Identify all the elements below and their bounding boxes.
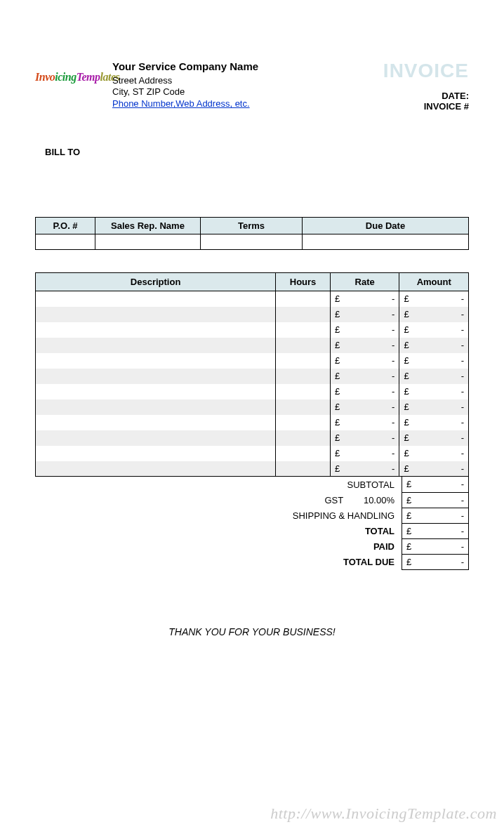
items-header-amount: Amount xyxy=(399,273,469,291)
item-rate[interactable]: £- xyxy=(330,369,399,384)
logo: InvoicingTemplates xyxy=(35,71,112,84)
table-row: £-£- xyxy=(36,291,469,307)
table-row: £-£- xyxy=(36,430,469,446)
subtotal-label: SUBTOTAL xyxy=(35,477,402,492)
item-hours[interactable] xyxy=(276,338,331,353)
paid-label: PAID xyxy=(35,538,402,554)
item-amount: £- xyxy=(399,399,469,415)
total-amount: £- xyxy=(402,523,469,538)
table-row: £-£- xyxy=(36,369,469,384)
thank-you-message: THANK YOU FOR YOUR BUSINESS! xyxy=(35,626,469,637)
gst-row-label: GST 10.00% xyxy=(35,492,402,508)
table-row: £-£- xyxy=(36,446,469,461)
item-rate[interactable]: £- xyxy=(330,430,399,446)
items-header-rate: Rate xyxy=(330,273,399,291)
item-hours[interactable] xyxy=(276,430,331,446)
item-hours[interactable] xyxy=(276,415,331,430)
watermark: http://www.InvoicingTemplate.com xyxy=(270,805,497,823)
info-terms-value[interactable] xyxy=(201,234,303,250)
info-po-value[interactable] xyxy=(36,234,95,250)
item-hours[interactable] xyxy=(276,446,331,461)
company-city: City, ST ZIP Code xyxy=(112,86,343,98)
company-street: Street Address xyxy=(112,75,343,87)
item-rate[interactable]: £- xyxy=(330,446,399,461)
item-rate[interactable]: £- xyxy=(330,307,399,322)
info-due-value[interactable] xyxy=(303,234,469,250)
info-header-rep: Sales Rep. Name xyxy=(95,218,201,234)
item-hours[interactable] xyxy=(276,353,331,369)
gst-rate: 10.00% xyxy=(364,495,394,505)
item-hours[interactable] xyxy=(276,461,331,477)
subtotal-amount: £- xyxy=(402,477,469,492)
item-rate[interactable]: £- xyxy=(330,461,399,477)
table-row: £-£- xyxy=(36,338,469,353)
item-desc[interactable] xyxy=(36,430,276,446)
item-desc[interactable] xyxy=(36,338,276,353)
info-header-po: P.O. # xyxy=(36,218,95,234)
item-amount: £- xyxy=(399,415,469,430)
shipping-amount: £- xyxy=(402,508,469,523)
table-row: £-£- xyxy=(36,353,469,369)
invoice-number-label: INVOICE # xyxy=(343,101,469,112)
item-desc[interactable] xyxy=(36,446,276,461)
info-rep-value[interactable] xyxy=(95,234,201,250)
item-rate[interactable]: £- xyxy=(330,353,399,369)
date-label: DATE: xyxy=(343,91,469,101)
items-table: Description Hours Rate Amount £-£-£-£-£-… xyxy=(35,272,469,477)
item-desc[interactable] xyxy=(36,384,276,399)
item-desc[interactable] xyxy=(36,415,276,430)
item-amount: £- xyxy=(399,353,469,369)
bill-to-label: BILL TO xyxy=(45,147,469,157)
document-title: INVOICE xyxy=(343,60,469,82)
item-rate[interactable]: £- xyxy=(330,384,399,399)
company-name: Your Service Company Name xyxy=(112,60,343,74)
item-desc[interactable] xyxy=(36,322,276,338)
item-amount: £- xyxy=(399,291,469,307)
item-desc[interactable] xyxy=(36,399,276,415)
total-due-label: TOTAL DUE xyxy=(35,554,402,569)
total-label: TOTAL xyxy=(35,523,402,538)
item-amount: £- xyxy=(399,446,469,461)
item-desc[interactable] xyxy=(36,461,276,477)
company-info-block: Your Service Company Name Street Address… xyxy=(112,60,343,110)
table-row: £-£- xyxy=(36,322,469,338)
shipping-label: SHIPPING & HANDLING xyxy=(35,508,402,523)
table-row: £-£- xyxy=(36,384,469,399)
table-row: £-£- xyxy=(36,415,469,430)
info-table: P.O. # Sales Rep. Name Terms Due Date xyxy=(35,217,469,250)
item-rate[interactable]: £- xyxy=(330,338,399,353)
item-desc[interactable] xyxy=(36,353,276,369)
gst-amount: £- xyxy=(402,492,469,508)
item-hours[interactable] xyxy=(276,291,331,307)
item-desc[interactable] xyxy=(36,291,276,307)
item-rate[interactable]: £- xyxy=(330,399,399,415)
item-hours[interactable] xyxy=(276,399,331,415)
totals-table: SUBTOTAL £- GST 10.00% £- SHIPPING & HAN… xyxy=(35,477,469,570)
table-row: £-£- xyxy=(36,307,469,322)
item-amount: £- xyxy=(399,430,469,446)
item-rate[interactable]: £- xyxy=(330,415,399,430)
item-amount: £- xyxy=(399,307,469,322)
table-row: £-£- xyxy=(36,461,469,477)
item-hours[interactable] xyxy=(276,369,331,384)
item-amount: £- xyxy=(399,461,469,477)
item-amount: £- xyxy=(399,322,469,338)
item-desc[interactable] xyxy=(36,369,276,384)
item-hours[interactable] xyxy=(276,322,331,338)
item-amount: £- xyxy=(399,369,469,384)
item-amount: £- xyxy=(399,338,469,353)
gst-label: GST xyxy=(325,495,344,505)
item-hours[interactable] xyxy=(276,307,331,322)
item-rate[interactable]: £- xyxy=(330,291,399,307)
item-desc[interactable] xyxy=(36,307,276,322)
items-header-hours: Hours xyxy=(276,273,331,291)
total-due-amount: £- xyxy=(402,554,469,569)
info-row xyxy=(36,234,469,250)
paid-amount: £- xyxy=(402,538,469,554)
company-contact-link[interactable]: Phone Number,Web Address, etc. xyxy=(112,98,250,109)
info-header-terms: Terms xyxy=(201,218,303,234)
table-row: £-£- xyxy=(36,399,469,415)
items-header-desc: Description xyxy=(36,273,276,291)
item-hours[interactable] xyxy=(276,384,331,399)
item-rate[interactable]: £- xyxy=(330,322,399,338)
